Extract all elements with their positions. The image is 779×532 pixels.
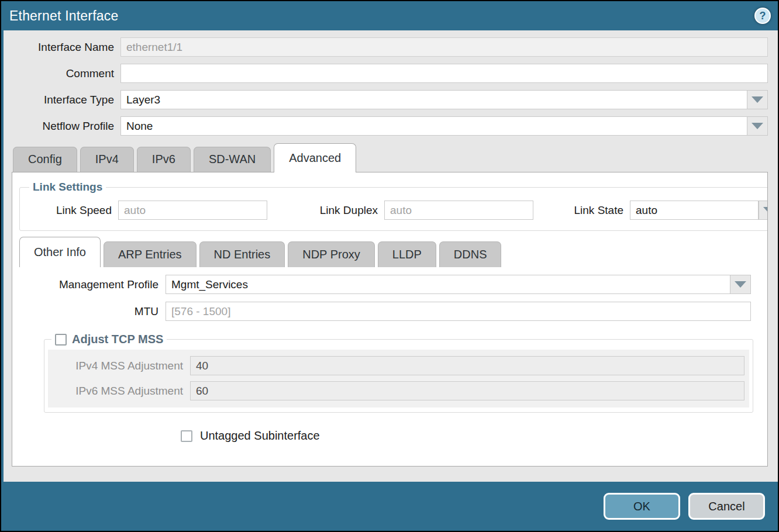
- ipv6-mss-row: IPv6 MSS Adjustment: [53, 381, 744, 400]
- untagged-subinterface-label: Untagged Subinterface: [200, 429, 320, 443]
- chevron-down-icon: [763, 207, 768, 213]
- netflow-profile-select[interactable]: [120, 116, 768, 136]
- ipv6-mss-field: [190, 381, 744, 400]
- ipv4-mss-field: [190, 356, 744, 375]
- tab-sdwan[interactable]: SD-WAN: [194, 147, 271, 172]
- dialog-footer: OK Cancel: [1, 482, 778, 531]
- management-profile-row: Management Profile: [20, 275, 751, 294]
- chevron-down-icon: [752, 96, 763, 103]
- advanced-tab-panel: Link Settings Link Speed Link Duplex Lin…: [12, 172, 768, 467]
- tab-other-info[interactable]: Other Info: [19, 237, 101, 267]
- interface-name-row: Interface Name: [8, 37, 768, 57]
- netflow-profile-value[interactable]: [120, 116, 747, 136]
- link-settings-legend: Link Settings: [29, 181, 106, 194]
- adjust-tcp-mss-checkbox[interactable]: [55, 334, 67, 346]
- link-speed-field[interactable]: [118, 201, 267, 220]
- tab-ipv4[interactable]: IPv4: [80, 147, 134, 172]
- link-duplex-field[interactable]: [384, 201, 533, 220]
- untagged-subinterface-row: Untagged Subinterface: [181, 429, 767, 443]
- ok-button[interactable]: OK: [604, 493, 680, 520]
- interface-type-label: Interface Type: [8, 94, 120, 106]
- link-state-label: Link State: [566, 204, 630, 217]
- tab-advanced[interactable]: Advanced: [274, 143, 356, 172]
- chevron-down-icon: [735, 281, 746, 288]
- link-state-dropdown-button[interactable]: [759, 201, 768, 220]
- management-profile-value[interactable]: [166, 275, 730, 294]
- mss-disabled-panel: IPv4 MSS Adjustment IPv6 MSS Adjustment: [48, 350, 749, 407]
- main-tabstrip: Config IPv4 IPv6 SD-WAN Advanced: [4, 143, 778, 172]
- inner-tabstrip: Other Info ARP Entries ND Entries NDP Pr…: [12, 237, 767, 267]
- link-settings-row: Link Speed Link Duplex Link State: [26, 201, 768, 220]
- netflow-profile-row: Netflow Profile: [8, 116, 768, 136]
- management-profile-select[interactable]: [166, 275, 751, 294]
- comment-label: Comment: [8, 67, 120, 80]
- ethernet-interface-dialog: Ethernet Interface ? Interface Name Comm…: [1, 1, 778, 531]
- dialog-title: Ethernet Interface: [9, 8, 118, 24]
- interface-type-dropdown-button[interactable]: [747, 90, 768, 109]
- interface-type-row: Interface Type: [8, 90, 768, 109]
- management-profile-label: Management Profile: [20, 278, 166, 291]
- interface-name-field: [120, 37, 768, 57]
- untagged-subinterface-checkbox[interactable]: [181, 430, 192, 442]
- tab-lldp[interactable]: LLDP: [378, 241, 436, 267]
- link-duplex-label: Link Duplex: [291, 204, 384, 217]
- tab-ndp-proxy[interactable]: NDP Proxy: [288, 241, 375, 267]
- management-profile-dropdown-button[interactable]: [730, 275, 751, 294]
- cancel-button[interactable]: Cancel: [688, 493, 765, 520]
- tab-ddns[interactable]: DDNS: [439, 241, 502, 267]
- dialog-body: Interface Name Comment Interface Type Ne…: [4, 30, 778, 482]
- adjust-tcp-mss-fieldset: Adjust TCP MSS IPv4 MSS Adjustment IPv6 …: [44, 333, 753, 413]
- link-speed-label: Link Speed: [26, 204, 118, 217]
- link-state-value[interactable]: [630, 201, 759, 220]
- mtu-field[interactable]: [166, 302, 751, 321]
- tab-config[interactable]: Config: [13, 147, 77, 172]
- netflow-profile-dropdown-button[interactable]: [747, 116, 768, 136]
- tab-nd-entries[interactable]: ND Entries: [199, 241, 285, 267]
- comment-row: Comment: [8, 64, 768, 83]
- screen-frame: Ethernet Interface ? Interface Name Comm…: [0, 0, 779, 532]
- dialog-titlebar: Ethernet Interface ?: [1, 1, 778, 30]
- link-state-select[interactable]: [630, 201, 768, 220]
- interface-name-label: Interface Name: [8, 41, 120, 54]
- link-settings-fieldset: Link Settings Link Speed Link Duplex Lin…: [19, 181, 768, 231]
- netflow-profile-label: Netflow Profile: [8, 120, 120, 133]
- tab-ipv6[interactable]: IPv6: [137, 147, 191, 172]
- interface-type-select[interactable]: [120, 90, 768, 109]
- mtu-row: MTU: [20, 302, 751, 321]
- ipv4-mss-label: IPv4 MSS Adjustment: [53, 360, 190, 372]
- comment-field[interactable]: [120, 64, 768, 83]
- interface-type-value[interactable]: [120, 90, 747, 109]
- mtu-label: MTU: [20, 305, 166, 318]
- chevron-down-icon: [752, 123, 763, 129]
- ipv6-mss-label: IPv6 MSS Adjustment: [53, 385, 190, 398]
- tab-arp-entries[interactable]: ARP Entries: [104, 241, 197, 267]
- ipv4-mss-row: IPv4 MSS Adjustment: [53, 356, 744, 375]
- help-icon[interactable]: ?: [754, 8, 771, 24]
- adjust-tcp-mss-label: Adjust TCP MSS: [72, 333, 163, 346]
- adjust-tcp-mss-legend: Adjust TCP MSS: [51, 333, 167, 346]
